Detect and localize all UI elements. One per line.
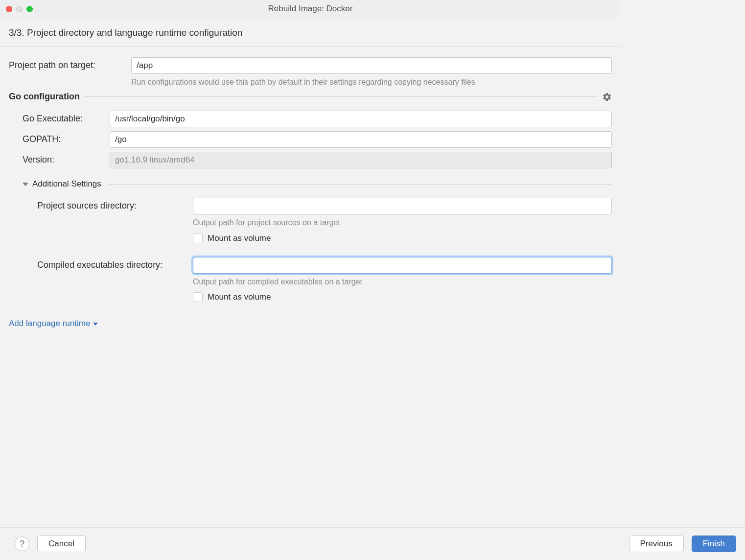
project-path-label: Project path on target: [9, 57, 122, 70]
chevron-down-icon [93, 323, 98, 326]
additional-settings-title: Additional Settings [32, 179, 101, 189]
go-config-title: Go configuration [9, 92, 80, 102]
additional-settings-toggle[interactable]: Additional Settings [23, 179, 612, 189]
window-title: Rebuild Image: Docker [0, 4, 621, 14]
project-path-hint: Run configurations would use this path b… [131, 77, 612, 88]
gopath-input[interactable] [110, 131, 612, 148]
version-input [110, 152, 612, 168]
go-executable-label: Go Executable: [23, 111, 101, 124]
project-sources-hint: Output path for project sources on a tar… [193, 217, 612, 228]
sources-mount-label: Mount as volume [208, 233, 271, 243]
add-language-runtime-label: Add language runtime [9, 319, 90, 328]
compiled-mount-label: Mount as volume [208, 292, 271, 302]
project-path-input[interactable] [131, 57, 612, 74]
divider [85, 96, 597, 97]
compiled-exec-label: Compiled executables directory: [37, 257, 184, 302]
sources-mount-checkbox[interactable] [193, 233, 203, 243]
divider [108, 184, 612, 185]
minimize-window-button[interactable] [16, 6, 23, 12]
go-config-section: Go configuration [9, 92, 612, 102]
add-language-runtime-link[interactable]: Add language runtime [9, 319, 98, 328]
gopath-label: GOPATH: [23, 131, 101, 144]
compiled-exec-input[interactable] [193, 257, 612, 274]
step-heading: 3/3. Project directory and language runt… [0, 18, 621, 47]
go-executable-input[interactable] [110, 111, 612, 127]
project-sources-input[interactable] [193, 198, 612, 214]
project-sources-label: Project sources directory: [37, 198, 184, 243]
close-window-button[interactable] [6, 6, 12, 12]
maximize-window-button[interactable] [26, 6, 33, 12]
compiled-mount-checkbox[interactable] [193, 292, 203, 302]
chevron-down-icon [23, 183, 28, 186]
window-controls [6, 6, 33, 12]
titlebar: Rebuild Image: Docker [0, 0, 621, 18]
compiled-exec-hint: Output path for compiled executables on … [193, 277, 612, 287]
version-label: Version: [23, 152, 101, 165]
gear-icon[interactable] [602, 92, 612, 102]
